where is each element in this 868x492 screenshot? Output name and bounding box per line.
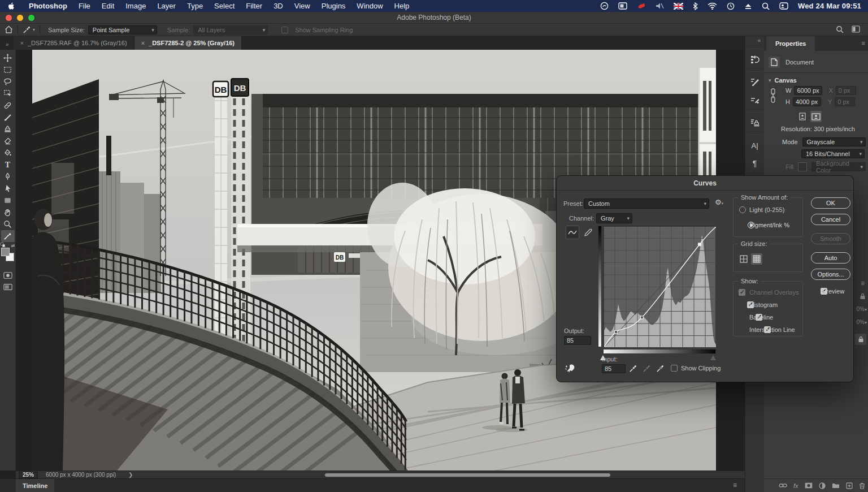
simple-grid-button[interactable] <box>738 253 749 265</box>
menu-select[interactable]: Select <box>209 2 240 10</box>
keyboard-layout-flag-icon[interactable] <box>674 3 683 10</box>
move-tool[interactable] <box>1 52 15 64</box>
menu-3d[interactable]: 3D <box>268 2 289 10</box>
menu-image[interactable]: Image <box>120 2 151 10</box>
fast-user-switching-icon[interactable] <box>779 2 788 10</box>
horizontal-scrollbar[interactable] <box>325 473 610 477</box>
bit-depth-select[interactable]: 16 Bits/Channel▾ <box>801 149 865 158</box>
home-icon[interactable] <box>5 25 13 34</box>
adjustment-layer-icon[interactable] <box>819 482 826 489</box>
cancel-button[interactable]: Cancel <box>811 214 850 225</box>
light-radio-label[interactable]: Light (0-255) <box>749 206 784 213</box>
black-point-eyedropper[interactable] <box>628 363 638 373</box>
white-point-slider[interactable] <box>710 355 716 360</box>
auto-button[interactable]: Auto <box>811 252 850 264</box>
red-app-icon[interactable] <box>637 2 646 10</box>
new-group-icon[interactable] <box>832 482 840 489</box>
eyedropper-tool-preset-icon[interactable]: ▾ <box>23 25 35 34</box>
eject-icon[interactable] <box>744 3 752 10</box>
foreground-color-swatch[interactable] <box>1 248 10 256</box>
quick-mask-icon[interactable] <box>1 269 15 281</box>
white-point-eyedropper[interactable] <box>655 363 665 373</box>
mute-icon[interactable] <box>656 2 664 10</box>
layer-effects-icon[interactable]: fx <box>793 482 798 489</box>
output-input[interactable] <box>564 336 591 345</box>
document-tab-inactive[interactable]: × _DSF7285.RAF @ 16.7% (Gray/16) <box>14 36 134 50</box>
delete-layer-icon[interactable] <box>859 482 865 489</box>
rectangular-marquee-tool[interactable] <box>1 64 15 76</box>
menu-help[interactable]: Help <box>389 2 415 10</box>
sample-size-select[interactable]: Point Sample▾ <box>88 25 157 34</box>
document-tab-active[interactable]: × _DSF7285-2 @ 25% (Gray/16) <box>134 36 242 50</box>
histogram-label[interactable]: Histogram <box>749 301 778 308</box>
new-layer-icon[interactable] <box>846 482 853 489</box>
workspace-switcher-icon[interactable] <box>852 25 860 34</box>
chevron-down-icon[interactable]: ▾ <box>769 77 771 83</box>
menu-view[interactable]: View <box>289 2 316 10</box>
bluetooth-icon[interactable] <box>693 2 698 10</box>
layer-mask-icon[interactable] <box>805 482 813 489</box>
brush-tool[interactable] <box>1 111 15 123</box>
detailed-grid-button[interactable] <box>751 253 762 265</box>
link-dimensions-icon[interactable] <box>770 88 776 103</box>
intersection-line-label[interactable]: Intersection Line <box>749 326 795 333</box>
show-clipping-checkbox[interactable] <box>671 365 678 372</box>
curves-plot[interactable] <box>603 226 716 347</box>
portrait-orientation-button[interactable] <box>797 111 808 122</box>
mode-select[interactable]: Grayscale▾ <box>802 137 866 146</box>
spotlight-icon[interactable] <box>762 2 770 10</box>
default-colors-icon[interactable] <box>1 243 6 247</box>
pigment-ink-radio-label[interactable]: Pigment/Ink % <box>749 222 789 228</box>
path-selection-tool[interactable] <box>1 183 15 195</box>
layer-opacity-field[interactable]: 0%▾ <box>857 306 867 312</box>
menu-filter[interactable]: Filter <box>240 2 268 10</box>
layer-fill-field[interactable]: 0%▾ <box>857 319 867 325</box>
type-tool[interactable]: T <box>1 159 15 171</box>
color-swatches[interactable]: ⇄ <box>1 247 15 264</box>
hand-tool[interactable] <box>1 206 15 218</box>
menu-photoshop[interactable]: Photoshop <box>23 2 73 10</box>
lasso-tool[interactable] <box>1 76 15 88</box>
time-machine-icon[interactable] <box>727 2 735 10</box>
menu-type[interactable]: Type <box>181 2 209 10</box>
channel-select[interactable]: Gray▾ <box>596 213 632 223</box>
character-panel-icon[interactable]: A| <box>748 138 762 153</box>
search-icon[interactable] <box>836 25 844 34</box>
eyedropper-tool[interactable] <box>1 230 15 242</box>
canvas-height-input[interactable] <box>793 97 821 106</box>
menu-window[interactable]: Window <box>351 2 388 10</box>
baseline-label[interactable]: Baseline <box>749 314 773 321</box>
menu-plugins[interactable]: Plugins <box>316 2 351 10</box>
apple-menu-icon[interactable] <box>8 2 15 10</box>
curve-point-tool-button[interactable] <box>566 226 579 239</box>
clone-source-panel-icon[interactable] <box>748 115 762 130</box>
healing-brush-tool[interactable] <box>1 100 15 111</box>
targeted-adjustment-icon[interactable] <box>565 363 576 374</box>
timeline-tab[interactable]: Timeline <box>16 479 54 492</box>
close-tab-icon[interactable]: × <box>20 40 24 46</box>
tab-overflow-icon[interactable]: » <box>0 41 14 50</box>
landscape-orientation-button[interactable] <box>810 111 822 122</box>
screen-mode-icon[interactable] <box>1 281 15 293</box>
brush-settings-panel-icon[interactable] <box>748 75 762 89</box>
layers-panel-menu-icon[interactable]: ≡ <box>861 279 865 287</box>
menu-file[interactable]: File <box>73 2 96 10</box>
history-panel-icon[interactable] <box>748 52 762 67</box>
clone-stamp-tool[interactable] <box>1 123 15 135</box>
tab-properties[interactable]: Properties <box>766 36 815 51</box>
creative-cloud-icon[interactable] <box>600 2 609 10</box>
brushes-panel-icon[interactable] <box>748 93 762 107</box>
panel-menu-icon[interactable]: ≡ <box>862 40 865 46</box>
zoom-tool[interactable] <box>1 218 15 230</box>
paint-bucket-tool[interactable] <box>1 147 15 159</box>
display-icon[interactable] <box>618 2 627 10</box>
menu-clock[interactable]: Wed 24 Mar 09:51 <box>798 2 861 10</box>
ok-button[interactable]: OK <box>811 197 850 209</box>
menu-edit[interactable]: Edit <box>96 2 120 10</box>
zoom-level-field[interactable]: 25% <box>19 472 38 478</box>
menu-layer[interactable]: Layer <box>151 2 181 10</box>
options-button[interactable]: Options... <box>811 269 850 280</box>
canvas-width-input[interactable] <box>794 86 822 95</box>
curve-pencil-tool-button[interactable] <box>581 226 595 239</box>
swap-colors-icon[interactable]: ⇄ <box>11 243 15 248</box>
